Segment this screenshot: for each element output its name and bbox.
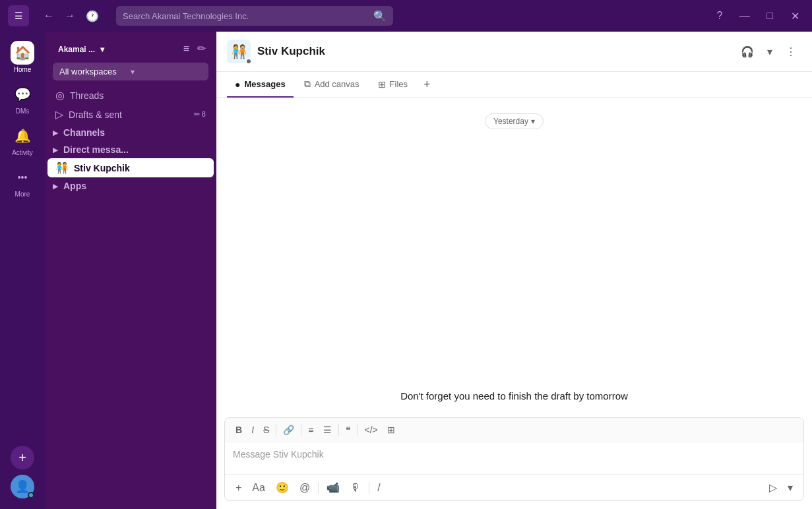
sidebar-header: Akamai ... ▾ ≡ ✏ xyxy=(45,32,216,63)
workspace-selector-chevron: ▾ xyxy=(131,67,202,76)
sidebar-item-activity[interactable]: 🔔 Activity xyxy=(4,120,41,160)
direct-messages-label: Direct messa... xyxy=(63,144,129,155)
sidebar-item-stiv[interactable]: 🧑‍🤝‍🧑 Stiv Kupchik xyxy=(47,158,214,177)
date-badge[interactable]: Yesterday ▾ xyxy=(485,113,544,129)
home-label: Home xyxy=(14,66,32,73)
send-dropdown-button[interactable]: ▾ xyxy=(784,479,797,496)
main-content: 🧑‍🤝‍🧑 Stiv Kupchik 🎧 ▾ ⋮ ● Messages ⧉ Ad… xyxy=(216,32,812,509)
direct-messages-group[interactable]: ▶ Direct messa... xyxy=(45,141,216,158)
audio-button[interactable]: 🎧 xyxy=(735,43,759,61)
tab-add-canvas[interactable]: ⧉ Add canvas xyxy=(296,72,367,98)
history-button[interactable]: 🕐 xyxy=(82,7,103,25)
files-tab-icon: ⊞ xyxy=(378,79,386,90)
drafts-label: Drafts & sent xyxy=(69,109,189,120)
workspace-selector[interactable]: All workspaces ▾ xyxy=(53,63,208,80)
channels-group[interactable]: ▶ Channels xyxy=(45,124,216,141)
chat-tabs: ● Messages ⧉ Add canvas ⊞ Files + xyxy=(216,72,812,98)
bold-button[interactable]: B xyxy=(232,422,246,438)
messages-tab-icon: ● xyxy=(235,79,240,90)
sidebar-item-threads[interactable]: ◎ Threads xyxy=(47,86,214,105)
audio-record-button[interactable]: 🎙 xyxy=(346,479,365,496)
message-content: Don't forget you need to finish the draf… xyxy=(400,385,628,407)
help-button[interactable]: ? xyxy=(710,7,729,25)
header-chevron[interactable]: ▾ xyxy=(762,43,778,61)
activity-icon: 🔔 xyxy=(11,124,34,148)
dms-label: DMs xyxy=(16,107,30,115)
apps-chevron: ▶ xyxy=(53,183,58,190)
canvas-tab-label: Add canvas xyxy=(315,79,359,89)
sidebar: Akamai ... ▾ ≡ ✏ All workspaces ▾ ◎ Thre… xyxy=(45,32,216,509)
user-avatar[interactable]: 👤 xyxy=(11,475,34,498)
strikethrough-button[interactable]: S xyxy=(259,422,273,438)
drafts-icon: ▷ xyxy=(55,108,63,121)
sidebar-header-icons: ≡ ✏ xyxy=(181,40,208,57)
threads-label: Threads xyxy=(70,90,206,101)
threads-icon: ◎ xyxy=(55,89,65,102)
sidebar-item-more[interactable]: ••• More xyxy=(4,162,41,202)
direct-messages-chevron: ▶ xyxy=(53,146,58,154)
close-button[interactable]: ✕ xyxy=(786,7,804,25)
compose-button[interactable]: ✏ xyxy=(195,40,208,57)
tab-messages[interactable]: ● Messages xyxy=(227,73,294,98)
stiv-label: Stiv Kupchik xyxy=(74,163,206,173)
code-button[interactable]: </> xyxy=(361,422,382,438)
workspace-name[interactable]: Akamai ... ▾ xyxy=(55,43,175,55)
chat-user-avatar: 🧑‍🤝‍🧑 xyxy=(227,40,251,63)
more-icon: ••• xyxy=(11,165,34,189)
slash-command-button[interactable]: / xyxy=(373,479,384,496)
stiv-avatar-icon: 🧑‍🤝‍🧑 xyxy=(55,162,69,174)
bullet-list-button[interactable]: ☰ xyxy=(319,422,336,438)
add-button[interactable]: + xyxy=(232,479,245,496)
apps-label: Apps xyxy=(63,181,86,191)
chat-user-status xyxy=(245,58,252,65)
footer-divider-2 xyxy=(369,482,369,494)
back-button[interactable]: ← xyxy=(40,7,58,24)
add-workspace-button[interactable]: + xyxy=(11,446,34,469)
message-input-field[interactable]: Message Stiv Kupchik xyxy=(225,442,803,474)
toolbar-divider-3 xyxy=(338,424,339,436)
chat-title: Stiv Kupchik xyxy=(257,45,729,58)
code-block-button[interactable]: ⊞ xyxy=(383,422,399,438)
channels-label: Channels xyxy=(63,127,105,138)
search-bar[interactable]: 🔍 xyxy=(116,6,393,26)
main-layout: 🏠 Home 💬 DMs 🔔 Activity ••• More + 👤 Aka… xyxy=(0,32,812,509)
channels-chevron: ▶ xyxy=(53,129,58,136)
italic-button[interactable]: I xyxy=(247,422,258,438)
user-status-indicator xyxy=(28,492,34,498)
more-options-button[interactable]: ⋮ xyxy=(780,43,801,61)
add-tab-button[interactable]: + xyxy=(418,73,436,97)
forward-button[interactable]: → xyxy=(61,7,79,24)
sidebar-item-home[interactable]: 🏠 Home xyxy=(4,37,41,77)
chat-header: 🧑‍🤝‍🧑 Stiv Kupchik 🎧 ▾ ⋮ xyxy=(216,32,812,72)
sidebar-item-drafts[interactable]: ▷ Drafts & sent ✏ 8 xyxy=(47,105,214,124)
send-button[interactable]: ▷ xyxy=(765,479,781,496)
format-button[interactable]: Aa xyxy=(248,479,269,496)
video-button[interactable]: 📹 xyxy=(323,479,344,496)
minimize-button[interactable]: — xyxy=(735,7,754,25)
quote-button[interactable]: ❝ xyxy=(342,422,355,438)
messages-area[interactable]: Yesterday ▾ Don't forget you need to fin… xyxy=(216,98,812,417)
input-toolbar: B I S 🔗 ≡ ☰ ❝ </> ⊞ xyxy=(225,418,803,442)
emoji-button[interactable]: 🙂 xyxy=(272,479,293,496)
input-placeholder: Message Stiv Kupchik xyxy=(233,449,324,460)
ordered-list-button[interactable]: ≡ xyxy=(304,422,317,438)
tab-files[interactable]: ⊞ Files xyxy=(370,73,416,98)
nav-controls: ← → 🕐 xyxy=(40,7,103,25)
messages-tab-label: Messages xyxy=(244,79,285,89)
message-input-area: B I S 🔗 ≡ ☰ ❝ </> ⊞ Message Stiv Kupchik… xyxy=(224,417,804,501)
chat-avatar-icon: 🧑‍🤝‍🧑 xyxy=(231,44,247,59)
mention-button[interactable]: @ xyxy=(296,479,314,496)
link-button[interactable]: 🔗 xyxy=(279,422,298,438)
dms-icon: 💬 xyxy=(11,82,34,106)
input-footer: + Aa 🙂 @ 📹 🎙 / ▷ ▾ xyxy=(225,474,803,500)
app-icon: ☰ xyxy=(8,5,29,26)
toolbar-divider-1 xyxy=(276,424,276,436)
sidebar-item-dms[interactable]: 💬 DMs xyxy=(4,78,41,119)
search-input[interactable] xyxy=(123,11,369,21)
maximize-button[interactable]: □ xyxy=(761,7,779,25)
apps-group[interactable]: ▶ Apps xyxy=(45,177,216,195)
date-badge-label: Yesterday xyxy=(493,117,528,126)
direct-messages-items: 🧑‍🤝‍🧑 Stiv Kupchik xyxy=(45,158,216,177)
filter-button[interactable]: ≡ xyxy=(181,40,192,57)
toolbar-divider-4 xyxy=(358,424,358,436)
